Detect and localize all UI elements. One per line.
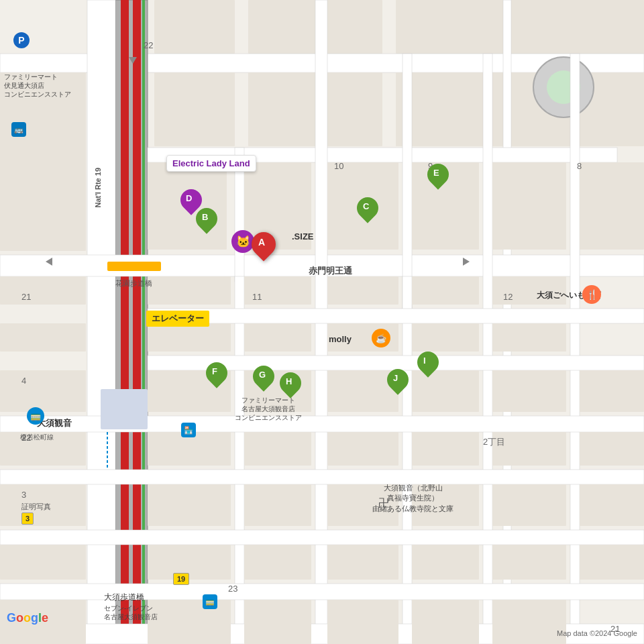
svg-rect-85 [0, 545, 86, 580]
svg-rect-38 [492, 162, 566, 250]
parking-icon: P [13, 32, 30, 48]
google-logo: Google [7, 611, 48, 625]
marker-J[interactable]: J [387, 369, 409, 394]
famima-fushimi-label: ファミリーマート 伏見通大須店 コンビニエンスストア [4, 72, 105, 99]
svg-rect-25 [235, 148, 244, 282]
svg-rect-76 [327, 600, 398, 644]
svg-rect-49 [492, 323, 566, 352]
svg-rect-77 [412, 600, 479, 644]
elevator-label: エレベーター [146, 311, 209, 327]
svg-rect-78 [492, 600, 566, 644]
svg-rect-46 [244, 323, 311, 352]
street-num-10: 10 [334, 161, 343, 171]
svg-rect-1 [154, 0, 235, 54]
svg-rect-31 [0, 530, 644, 545]
svg-rect-80 [0, 276, 86, 305]
svg-rect-87 [107, 262, 161, 271]
marker-A-main[interactable]: A [252, 232, 276, 260]
svg-rect-48 [412, 323, 479, 352]
street-num-22-left: 22 [21, 433, 31, 443]
svg-rect-79 [0, 72, 86, 251]
svg-rect-59 [412, 432, 479, 466]
marker-E[interactable]: E [427, 164, 449, 189]
size-label: .SIZE [292, 231, 314, 241]
svg-rect-61 [580, 432, 644, 466]
svg-rect-39 [580, 162, 644, 250]
svg-rect-21 [402, 54, 412, 309]
svg-rect-91 [101, 389, 148, 429]
marker-H[interactable]: H [280, 372, 301, 398]
svg-rect-15 [133, 0, 141, 644]
famima-osu-label: ファミリーマート 名古屋大須観音店 コンビニエンスストア [208, 396, 329, 422]
svg-rect-30 [0, 470, 644, 484]
svg-rect-43 [412, 276, 479, 305]
svg-rect-54 [492, 370, 566, 412]
svg-rect-75 [244, 600, 311, 644]
street-num-8: 8 [577, 161, 582, 171]
street-num-23: 23 [228, 584, 237, 594]
svg-rect-23 [483, 54, 492, 644]
station-icon-osu: 🚃 [27, 407, 44, 425]
svg-rect-73 [580, 545, 644, 580]
svg-rect-82 [0, 370, 86, 412]
svg-rect-45 [148, 323, 231, 352]
natl-rte-label: Nat'l Rte 19 [94, 168, 102, 207]
svg-rect-67 [580, 484, 644, 526]
marker-B[interactable]: B [196, 208, 217, 233]
transit-icon-famima: 🏪 [181, 423, 196, 437]
food-icon: 🍴 [582, 285, 601, 304]
street-num-21-left: 21 [21, 292, 31, 302]
svg-rect-14 [121, 0, 129, 644]
svg-rect-72 [492, 545, 566, 580]
svg-rect-16 [142, 0, 145, 644]
svg-rect-24 [570, 54, 580, 644]
street-num-2chome: 2丁目 [483, 436, 505, 448]
route-19-badge: 19 [173, 573, 189, 585]
map-container[interactable]: 10 9 8 11 12 21 4 22 3 19 23 2丁目 21 22 N… [0, 0, 644, 644]
svg-rect-69 [244, 545, 311, 580]
svg-rect-83 [0, 432, 86, 466]
svg-rect-62 [148, 484, 231, 526]
street-num-22-top: 22 [144, 40, 153, 50]
svg-rect-57 [244, 432, 311, 466]
transit-icon-top: 🚌 [11, 122, 26, 137]
marker-I[interactable]: I [417, 352, 439, 377]
svg-rect-4 [510, 0, 644, 54]
svg-rect-40 [148, 276, 231, 305]
svg-rect-66 [492, 484, 566, 526]
map-data-text: Map data ©2024 Google [557, 629, 637, 637]
svg-rect-63 [244, 484, 311, 526]
temple-swastika-icon: 卍 [378, 496, 389, 511]
coffee-icon: ☕ [372, 329, 390, 347]
svg-rect-70 [327, 545, 398, 580]
proof-photo-badge: 3 [21, 513, 34, 525]
svg-rect-19 [148, 148, 617, 162]
svg-rect-81 [0, 323, 86, 352]
marker-C[interactable]: C [357, 197, 378, 223]
svg-rect-58 [327, 432, 398, 466]
svg-rect-27 [148, 309, 644, 323]
station-icon-bottom: 🚃 [203, 594, 217, 609]
svg-rect-32 [0, 584, 644, 600]
seven-eleven-label: セブン-イレブン 名古屋大須観音店 [104, 604, 211, 621]
marker-G[interactable]: G [253, 366, 274, 391]
street-num-3: 3 [21, 490, 26, 500]
svg-rect-6 [154, 72, 235, 146]
street-num-12: 12 [503, 292, 513, 302]
svg-rect-71 [412, 545, 479, 580]
street-num-11: 11 [252, 292, 262, 302]
svg-rect-55 [580, 370, 644, 412]
marker-F[interactable]: F [206, 362, 227, 388]
svg-rect-84 [0, 484, 86, 526]
street-num-4: 4 [21, 376, 26, 386]
svg-rect-3 [396, 0, 503, 54]
svg-rect-42 [327, 276, 398, 305]
